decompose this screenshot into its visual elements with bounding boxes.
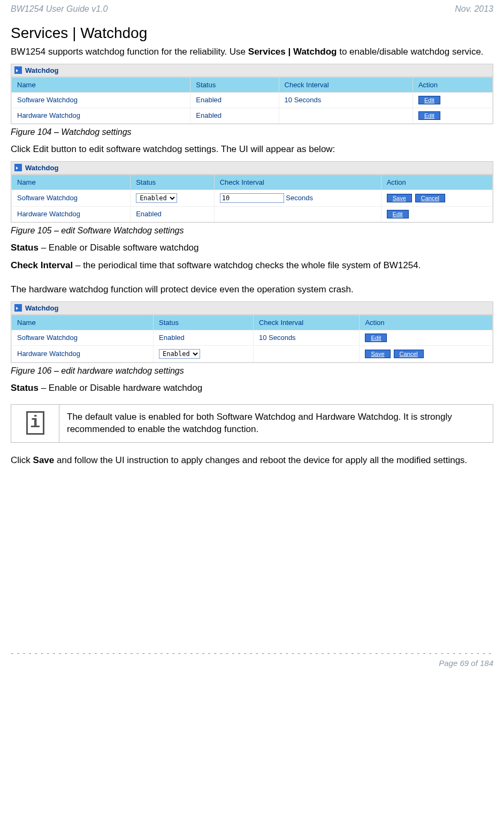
save-instruction: Click Save and follow the UI instruction…	[11, 455, 493, 467]
figure-106: Watchdog Name Status Check Interval Acti…	[11, 301, 493, 363]
save-button[interactable]: Save	[365, 350, 390, 358]
watchdog-panel: Watchdog Name Status Check Interval Acti…	[11, 301, 493, 363]
status2-line: Status – Enable or Disable hardware watc…	[11, 382, 493, 395]
info-icon-cell: i	[11, 405, 59, 442]
cell-action: SaveCancel	[381, 190, 492, 206]
col-name: Name	[12, 175, 131, 190]
panel-title-bar: Watchdog	[11, 302, 493, 315]
cell-name: Software Watchdog	[12, 92, 190, 108]
panel-title-text: Watchdog	[25, 66, 58, 74]
cell-status: Enabled	[190, 108, 279, 123]
col-interval: Check Interval	[253, 315, 359, 330]
col-action: Action	[381, 175, 492, 190]
cell-interval: 10 Seconds	[279, 92, 413, 108]
cell-status: Enabled	[190, 92, 279, 108]
col-status: Status	[190, 77, 279, 92]
cell-status: Enabled	[154, 330, 254, 345]
cell-name: Software Watchdog	[12, 330, 154, 345]
page-header: BW1254 User Guide v1.0 Nov. 2013	[11, 0, 493, 25]
status-label: Status	[11, 243, 39, 253]
col-action: Action	[413, 77, 492, 92]
cell-action: Edit	[360, 330, 493, 345]
status-select[interactable]: Enabled	[159, 349, 200, 359]
panel-icon	[14, 66, 22, 74]
click-edit-text: Click Edit button to edit software watch…	[11, 143, 493, 156]
table-header-row: Name Status Check Interval Action	[12, 315, 493, 330]
table-row: Hardware Watchdog Enabled Edit	[12, 206, 493, 222]
table-header-row: Name Status Check Interval Action	[12, 175, 493, 190]
panel-title-bar: Watchdog	[11, 64, 493, 77]
table-row: Hardware Watchdog Enabled Edit	[12, 108, 493, 123]
watchdog-panel: Watchdog Name Status Check Interval Acti…	[11, 64, 493, 124]
col-name: Name	[12, 315, 154, 330]
status-desc: – Enable or Disable software watchdog	[39, 243, 199, 253]
watchdog-table: Name Status Check Interval Action Softwa…	[11, 315, 493, 362]
panel-icon	[14, 304, 22, 312]
interval-desc: – the periodical time that software watc…	[73, 260, 421, 270]
cell-action: SaveCancel	[360, 345, 493, 362]
cell-status: Enabled	[154, 345, 254, 362]
table-row: Software Watchdog Enabled 10 Seconds Edi…	[12, 92, 493, 108]
col-interval: Check Interval	[279, 77, 413, 92]
info-text: The default value is enabled for both So…	[59, 405, 493, 442]
interval-line: Check Interval – the periodical time tha…	[11, 260, 493, 272]
panel-title-text: Watchdog	[25, 304, 58, 312]
edit-button[interactable]: Edit	[365, 334, 387, 342]
watchdog-table: Name Status Check Interval Action Softwa…	[11, 175, 493, 222]
col-action: Action	[360, 315, 493, 330]
cancel-button[interactable]: Cancel	[394, 350, 424, 358]
cell-status: Enabled	[131, 206, 215, 222]
status-select[interactable]: Enabled	[136, 193, 177, 203]
figure-106-caption: Figure 106 – edit hardware watchdog sett…	[11, 366, 493, 376]
intro-bold: Services | Watchdog	[248, 47, 337, 57]
cell-status: Enabled	[131, 190, 215, 206]
edit-button[interactable]: Edit	[418, 111, 440, 120]
table-row: Software Watchdog Enabled 10 Seconds Edi…	[12, 330, 493, 345]
table-row: Software Watchdog Enabled Seconds SaveCa…	[12, 190, 493, 206]
figure-104-caption: Figure 104 – Watchdog settings	[11, 127, 493, 137]
col-status: Status	[154, 315, 254, 330]
interval-input[interactable]	[220, 193, 284, 203]
status2-desc: – Enable or Disable hardware watchdog	[39, 383, 202, 393]
figure-105-caption: Figure 105 – edit Software Watchdog sett…	[11, 226, 493, 236]
cell-name: Software Watchdog	[12, 190, 131, 206]
info-icon: i	[26, 411, 44, 435]
page-footer: - - - - - - - - - - - - - - - - - - - - …	[11, 648, 493, 668]
panel-title-text: Watchdog	[25, 164, 58, 172]
watchdog-table: Name Status Check Interval Action Softwa…	[11, 77, 493, 124]
hw-intro: The hardware watchdog function will prot…	[11, 284, 493, 296]
save-post: and follow the UI instruction to apply c…	[54, 455, 467, 465]
cell-action: Edit	[381, 206, 492, 222]
table-row: Hardware Watchdog Enabled SaveCancel	[12, 345, 493, 362]
figure-105: Watchdog Name Status Check Interval Acti…	[11, 161, 493, 223]
cell-interval	[253, 345, 359, 362]
cell-interval	[214, 206, 381, 222]
save-pre: Click	[11, 455, 33, 465]
page-number: Page 69 of 184	[11, 659, 493, 668]
cell-interval: 10 Seconds	[253, 330, 359, 345]
doc-title: BW1254 User Guide v1.0	[11, 4, 108, 14]
footer-dots: - - - - - - - - - - - - - - - - - - - - …	[11, 648, 493, 657]
figure-104: Watchdog Name Status Check Interval Acti…	[11, 64, 493, 124]
info-box: i The default value is enabled for both …	[11, 404, 493, 443]
edit-button[interactable]: Edit	[418, 96, 440, 104]
cell-name: Hardware Watchdog	[12, 345, 154, 362]
intro-text: BW1254 supports watchdog function for th…	[11, 46, 493, 58]
doc-date: Nov. 2013	[455, 4, 493, 14]
col-interval: Check Interval	[214, 175, 381, 190]
status-label: Status	[11, 383, 39, 393]
col-name: Name	[12, 77, 190, 92]
save-bold: Save	[33, 455, 55, 465]
watchdog-panel: Watchdog Name Status Check Interval Acti…	[11, 161, 493, 223]
panel-icon	[14, 164, 22, 171]
cancel-button[interactable]: Cancel	[415, 194, 445, 202]
intro-pre: BW1254 supports watchdog function for th…	[11, 47, 248, 57]
cell-name: Hardware Watchdog	[12, 108, 190, 123]
cell-interval: Seconds	[214, 190, 381, 206]
page-title: Services | Watchdog	[11, 25, 493, 42]
save-button[interactable]: Save	[387, 194, 412, 202]
intro-post: to enable/disable watchdog service.	[337, 47, 484, 57]
cell-action: Edit	[413, 92, 492, 108]
table-header-row: Name Status Check Interval Action	[12, 77, 493, 92]
edit-button[interactable]: Edit	[387, 210, 409, 218]
